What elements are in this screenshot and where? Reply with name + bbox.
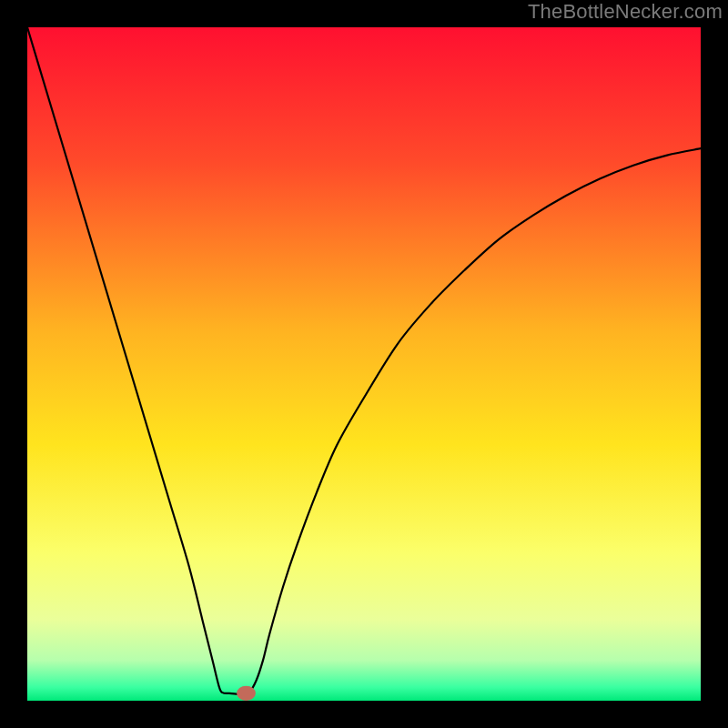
chart-frame: TheBottleNecker.com: [0, 0, 728, 728]
plot-area: [27, 27, 701, 701]
bottleneck-curve-chart: [27, 27, 701, 701]
optimal-point-marker: [237, 686, 256, 701]
watermark-text: TheBottleNecker.com: [528, 0, 723, 24]
